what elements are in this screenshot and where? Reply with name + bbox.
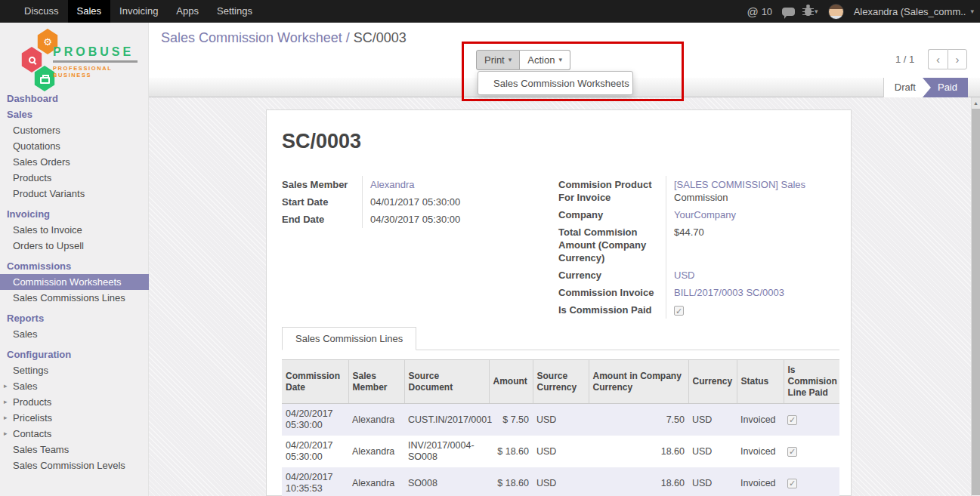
col-amount[interactable]: Amount	[489, 360, 533, 404]
line-paid-checkbox[interactable]	[787, 479, 797, 488]
table-header-row: Commission Date Sales Member Source Docu…	[282, 360, 839, 404]
sidebar-item-pricelists[interactable]: ▸Pricelists	[0, 410, 149, 426]
field-label-currency: Currency	[558, 266, 666, 284]
logo-subtitle: PROFESSIONAL BUSINESS	[53, 65, 138, 79]
cell-amount-company-currency: 18.60	[589, 467, 688, 496]
col-amount-company-currency[interactable]: Amount in Company Currency	[589, 360, 688, 404]
sidebar-section-configuration[interactable]: Configuration	[0, 347, 149, 362]
breadcrumb: Sales Commission Worksheet/SC/0003	[161, 30, 407, 46]
sidebar-item-contacts[interactable]: ▸Contacts	[0, 426, 149, 442]
col-source-document[interactable]: Source Document	[404, 360, 489, 404]
sidebar-item-dashboard[interactable]: Dashboard	[0, 91, 149, 106]
col-sales-member[interactable]: Sales Member	[348, 360, 404, 404]
field-value-commission-product[interactable]: [SALES COMMISSION] Sales	[674, 179, 805, 190]
cell-amount: $ 18.60	[489, 467, 533, 496]
cell-status: Invoiced	[737, 404, 784, 436]
user-name-label: Alexandra (Sales_comm..	[854, 6, 966, 17]
sidebar-item-sales-orders[interactable]: Sales Orders	[0, 154, 149, 170]
breadcrumb-parent-link[interactable]: Sales Commission Worksheet	[161, 30, 342, 45]
cell-amount: $ 18.60	[489, 436, 533, 467]
table-row[interactable]: 04/20/2017 05:30:00 Alexandra CUST.IN/20…	[282, 404, 839, 436]
magnifier-hexagon-icon	[20, 47, 43, 72]
expand-arrow-icon[interactable]: ▸	[4, 426, 8, 442]
field-value-sales-member[interactable]: Alexandra	[370, 179, 415, 190]
chat-icon[interactable]	[782, 8, 795, 16]
pager-counter: 1 / 1	[895, 54, 914, 65]
line-paid-checkbox[interactable]	[787, 447, 797, 457]
print-button[interactable]: Print ▾	[476, 50, 520, 70]
scrollbar-up-arrow[interactable]: ▲	[972, 97, 980, 109]
sidebar-item-reports-sales[interactable]: Sales	[0, 326, 149, 342]
field-group-right: Commision Product For Invoice [SALES COM…	[558, 176, 841, 319]
cell-line-paid	[784, 467, 839, 496]
mentions-counter[interactable]: @ 10	[747, 5, 772, 18]
user-menu[interactable]: Alexandra (Sales_comm.. ▾	[854, 6, 974, 17]
menu-sales[interactable]: Sales	[68, 0, 111, 23]
sidebar-item-sales-commissions-lines[interactable]: Sales Commissions Lines	[0, 290, 149, 306]
sidebar-item-label: Contacts	[13, 428, 51, 439]
expand-arrow-icon[interactable]: ▸	[4, 394, 8, 410]
cell-status: Invoiced	[737, 436, 784, 467]
field-value-commission-invoice[interactable]: BILL/2017/0003 SC/0003	[674, 287, 784, 298]
sidebar-section-invoicing[interactable]: Invoicing	[0, 206, 149, 222]
scrollbar-thumb[interactable]	[972, 109, 980, 495]
cell-amount-company-currency: 18.60	[589, 436, 688, 467]
status-widget: Draft Paid	[883, 78, 968, 97]
sidebar-item-sales-to-invoice[interactable]: Sales to Invoice	[0, 222, 149, 238]
dropdown-item-sales-commission-worksheets[interactable]: Sales Commission Worksheets	[478, 78, 629, 89]
sidebar-item-orders-to-upsell[interactable]: Orders to Upsell	[0, 238, 149, 254]
sidebar-item-sales-commission-levels[interactable]: Sales Commission Levels	[0, 457, 149, 473]
field-label-end-date: End Date	[282, 211, 362, 228]
pager-next-button[interactable]: ›	[948, 49, 967, 69]
sidebar-section-reports[interactable]: Reports	[0, 310, 149, 326]
col-currency[interactable]: Currency	[688, 360, 737, 404]
sidebar-item-config-products[interactable]: ▸Products	[0, 394, 149, 410]
action-button[interactable]: Action ▾	[520, 50, 570, 70]
bug-icon	[805, 7, 812, 16]
chevron-right-icon: ›	[956, 53, 960, 66]
sidebar-item-quotations[interactable]: Quotations	[0, 138, 149, 154]
notebook: Sales Commission Lines Commission Date S…	[282, 327, 839, 496]
sidebar-item-customers[interactable]: Customers	[0, 122, 149, 138]
vertical-scrollbar[interactable]: ▲	[971, 97, 980, 496]
col-source-currency[interactable]: Source Currency	[533, 360, 589, 404]
col-is-commission-line-paid[interactable]: Is Commision Line Paid	[784, 360, 839, 404]
debug-menu[interactable]: ▾	[805, 7, 818, 16]
pager-previous-button[interactable]: ‹	[928, 49, 948, 69]
menu-discuss[interactable]: Discuss	[15, 0, 68, 23]
sidebar-item-product-variants[interactable]: Product Variants	[0, 186, 149, 202]
menu-apps[interactable]: Apps	[167, 0, 208, 23]
sidebar-item-sales-teams[interactable]: Sales Teams	[0, 442, 149, 457]
caret-down-icon: ▾	[558, 51, 562, 69]
field-label-commission-product: Commision Product For Invoice	[558, 176, 666, 206]
expand-arrow-icon[interactable]: ▸	[4, 378, 8, 394]
sidebar-section-sales[interactable]: Sales	[0, 106, 149, 122]
mention-count: 10	[762, 6, 772, 17]
field-value-company[interactable]: YourCompany	[674, 209, 736, 220]
sidebar-item-products[interactable]: Products	[0, 170, 149, 186]
caret-down-icon: ▾	[509, 51, 512, 69]
field-label-company: Company	[558, 206, 666, 223]
sidebar-section-commissions[interactable]: Commissions	[0, 258, 149, 274]
sidebar-item-config-sales[interactable]: ▸Sales	[0, 378, 149, 394]
col-commission-date[interactable]: Commission Date	[282, 360, 348, 404]
field-value-currency[interactable]: USD	[674, 270, 694, 281]
expand-arrow-icon[interactable]: ▸	[4, 410, 8, 426]
user-avatar[interactable]	[828, 4, 844, 20]
tab-sales-commission-lines[interactable]: Sales Commission Lines	[282, 327, 416, 350]
menu-invoicing[interactable]: Invoicing	[110, 0, 167, 23]
pager-buttons: ‹ ›	[928, 49, 967, 69]
is-commission-paid-checkbox[interactable]	[674, 306, 684, 316]
col-status[interactable]: Status	[737, 360, 784, 404]
sidebar-item-settings[interactable]: Settings	[0, 362, 149, 378]
line-paid-checkbox[interactable]	[787, 415, 797, 425]
cell-source-document: INV/2017/0004-SO008	[404, 436, 489, 467]
sidebar-item-commission-worksheets[interactable]: Commission Worksheets	[0, 274, 149, 290]
table-row[interactable]: 04/20/2017 05:30:00 Alexandra INV/2017/0…	[282, 436, 839, 467]
menu-settings[interactable]: Settings	[208, 0, 261, 23]
table-row[interactable]: 04/20/2017 10:35:53 Alexandra SO008 $ 18…	[282, 467, 839, 496]
field-label-sales-member: Sales Member	[282, 176, 362, 193]
cell-amount: $ 7.50	[489, 404, 533, 436]
cell-line-paid	[784, 404, 839, 436]
status-draft[interactable]: Draft	[883, 78, 931, 97]
